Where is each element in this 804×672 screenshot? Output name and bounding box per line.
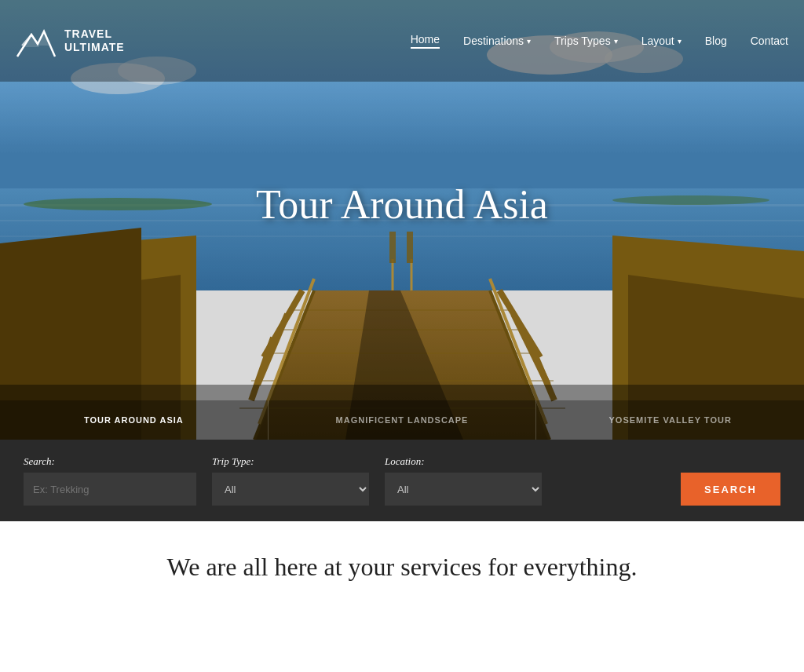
main-nav: TRAVELULTIMATE Home Destinations ▾ Trips… bbox=[0, 0, 804, 82]
nav-item-home[interactable]: Home bbox=[411, 33, 440, 49]
search-button[interactable]: SEARCH bbox=[681, 473, 780, 506]
brand-logo[interactable]: TRAVELULTIMATE bbox=[16, 24, 125, 58]
chevron-down-icon: ▾ bbox=[614, 37, 618, 46]
nav-item-layout[interactable]: Layout ▾ bbox=[641, 35, 682, 47]
nav-item-blog[interactable]: Blog bbox=[705, 35, 727, 47]
bottom-section: We are all here at your services for eve… bbox=[0, 521, 804, 613]
search-field-text: Search: bbox=[24, 455, 196, 506]
search-bar: Search: Trip Type: All Adventure Beach C… bbox=[0, 440, 804, 521]
nav-item-contact[interactable]: Contact bbox=[751, 35, 788, 47]
mountain-icon bbox=[16, 24, 57, 58]
nav-link-trips[interactable]: Trips Types ▾ bbox=[554, 35, 618, 47]
search-label: Search: bbox=[24, 455, 196, 468]
nav-link-home[interactable]: Home bbox=[411, 33, 440, 49]
trip-type-field: Trip Type: All Adventure Beach Cultural … bbox=[212, 455, 369, 506]
svg-marker-1 bbox=[36, 31, 52, 46]
location-select[interactable]: All Asia Europe Americas Africa bbox=[385, 473, 542, 506]
nav-item-destinations[interactable]: Destinations ▾ bbox=[463, 35, 531, 47]
search-input[interactable] bbox=[24, 473, 196, 506]
nav-item-trips[interactable]: Trips Types ▾ bbox=[554, 35, 618, 47]
trip-type-select[interactable]: All Adventure Beach Cultural Eco bbox=[212, 473, 369, 506]
chevron-down-icon: ▾ bbox=[678, 37, 682, 46]
trip-type-label: Trip Type: bbox=[212, 455, 369, 468]
hero-slide-indicators: TOUR AROUND ASIA MAGNIFICENT LANDSCAPE Y… bbox=[0, 400, 804, 440]
nav-link-contact[interactable]: Contact bbox=[751, 35, 788, 47]
location-label: Location: bbox=[385, 455, 542, 468]
slide-item-1[interactable]: TOUR AROUND ASIA bbox=[0, 400, 269, 440]
hero-title: Tour Around Asia bbox=[256, 181, 548, 228]
slide-item-3[interactable]: YOSEMITE VALLEY TOUR bbox=[536, 400, 804, 440]
nav-link-layout[interactable]: Layout ▾ bbox=[641, 35, 682, 47]
location-field: Location: All Asia Europe Americas Afric… bbox=[385, 455, 542, 506]
nav-link-destinations[interactable]: Destinations ▾ bbox=[463, 35, 531, 47]
chevron-down-icon: ▾ bbox=[527, 37, 531, 46]
slide-item-2[interactable]: MAGNIFICENT LANDSCAPE bbox=[269, 400, 537, 440]
tagline: We are all here at your services for eve… bbox=[16, 553, 788, 582]
nav-links: Home Destinations ▾ Trips Types ▾ Layout… bbox=[411, 33, 788, 49]
nav-link-blog[interactable]: Blog bbox=[705, 35, 727, 47]
brand-name: TRAVELULTIMATE bbox=[64, 27, 125, 54]
